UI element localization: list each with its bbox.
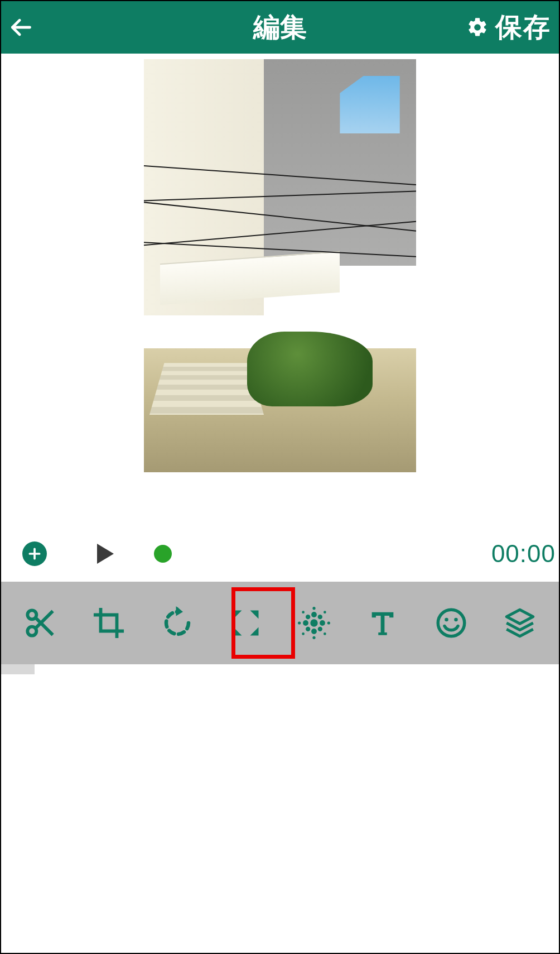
timeline-playhead[interactable] [154,545,172,563]
svg-point-32 [454,618,458,622]
add-button[interactable] [22,541,47,566]
tool-emoji[interactable] [423,595,479,651]
tool-expand[interactable] [218,595,274,651]
svg-point-14 [311,612,317,617]
svg-marker-11 [233,627,242,636]
rotate-icon [161,606,194,640]
tool-text[interactable] [355,595,411,651]
timeline-track[interactable] [1,664,559,674]
tool-crop[interactable] [81,595,137,651]
svg-marker-9 [233,611,242,619]
settings-button[interactable] [466,16,489,39]
blur-icon [297,606,331,640]
svg-marker-12 [250,627,258,636]
preview-area [1,54,559,476]
svg-marker-3 [97,544,114,564]
save-button[interactable]: 保存 [495,9,551,45]
svg-marker-8 [176,606,183,616]
play-icon [90,540,117,567]
svg-point-26 [302,611,305,613]
arrow-left-icon [8,15,33,40]
playback-controls: 00:00 [1,526,559,582]
expand-icon [229,606,263,640]
timeline-progress [1,664,35,674]
cut-icon [22,605,58,641]
text-icon [366,607,399,639]
tool-rotate[interactable] [149,595,205,651]
tool-layers[interactable] [492,595,548,651]
play-button[interactable] [90,540,117,567]
svg-point-17 [320,620,325,626]
svg-point-23 [313,636,316,639]
svg-marker-33 [506,610,533,624]
svg-point-4 [27,610,36,619]
back-button[interactable] [1,1,40,54]
svg-point-22 [313,607,316,610]
svg-point-13 [311,619,318,626]
svg-point-18 [306,615,310,619]
header-bar: 編集 保存 [1,1,559,54]
edit-toolbar [1,582,559,664]
tool-blur[interactable] [286,595,342,651]
time-display: 00:00 [491,540,556,568]
svg-point-27 [324,611,326,613]
tool-cut[interactable] [12,595,68,651]
svg-marker-10 [250,611,258,619]
gear-icon [466,16,489,39]
plus-icon [27,546,42,561]
svg-point-19 [318,615,322,619]
svg-point-21 [318,627,322,631]
emoji-icon [435,606,468,640]
svg-point-31 [445,618,448,622]
svg-point-25 [327,621,330,624]
svg-point-16 [303,620,308,626]
layers-icon [503,606,537,640]
svg-point-29 [324,632,326,635]
svg-point-28 [302,632,305,635]
app-root: 編集 保存 [0,0,560,954]
svg-point-20 [306,627,310,631]
svg-point-15 [311,629,317,634]
video-preview[interactable] [144,59,416,472]
crop-icon [93,607,125,639]
svg-point-5 [27,627,36,636]
svg-point-24 [298,621,301,624]
svg-point-30 [438,610,465,636]
